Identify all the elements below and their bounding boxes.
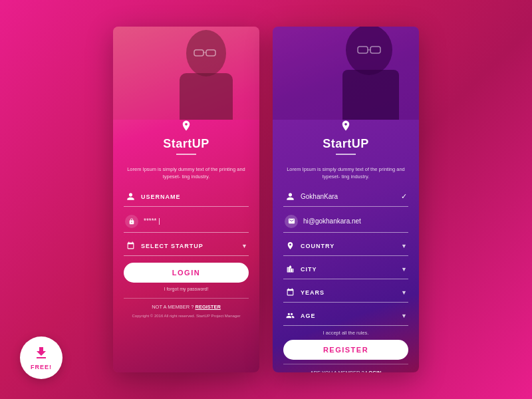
check-icon: ✓ [401,192,407,201]
calendar-icon-right [285,287,295,298]
desc-text-right: Lorem Ipsum is simply dummy text of the … [283,166,408,181]
name-field[interactable]: GokhanKara ✓ [283,188,408,207]
register-link[interactable]: REGISTER [195,304,220,310]
not-member-section: NOT A MEMBER ? REGISTER [124,298,249,310]
country-chevron-icon: ▼ [401,243,407,249]
free-badge-label: FREE! [31,364,52,370]
age-field[interactable]: AGE ▼ [283,307,408,326]
title-underline-right [336,154,356,155]
register-button[interactable]: REGISTER [283,340,408,360]
password-field[interactable]: ***** | [124,211,249,233]
app-title-right: StartUP [283,137,408,151]
are-member-section: ARE YOU A MEMBER ? LOGIN [283,364,408,373]
age-placeholder: AGE [301,313,396,319]
location-icon [180,120,192,134]
login-link[interactable]: LOGIN [366,370,382,373]
city-chevron-icon: ▼ [401,266,407,273]
login-card: StartUP Lorem Ipsum is simply dummy text… [113,27,259,372]
years-placeholder: YEARS [301,289,396,296]
city-placeholder: CITY [301,266,396,273]
app-title-left: StartUP [124,137,249,151]
age-chevron-icon: ▼ [401,313,407,319]
calendar-icon [125,241,136,251]
title-underline-left [176,154,196,155]
register-card: StartUP Lorem Ipsum is simply dummy text… [273,27,419,372]
password-value: ***** | [144,217,247,225]
building-icon [285,264,295,275]
not-member-text: NOT A MEMBER ? [152,304,194,310]
email-icon [285,215,298,228]
name-value: GokhanKara [301,193,396,200]
accept-rules-text: I accept all the rules. [283,330,408,336]
select-startup-field[interactable]: SELECT STARTUP ▼ [124,237,249,256]
header-section-left: StartUP [124,113,249,160]
years-field[interactable]: YEARS ▼ [283,283,408,303]
login-button[interactable]: LOGIN [124,263,249,283]
copyright-left: Copyright © 2016 All right reserved. Sta… [124,314,249,318]
free-badge[interactable]: FREE! [20,336,63,379]
are-member-text: ARE YOU A MEMBER ? [311,370,364,373]
lock-icon [125,215,138,228]
user-icon-right [285,192,295,202]
location-pin-icon [285,241,295,251]
chevron-down-icon: ▼ [241,243,247,249]
location-icon-right [340,120,352,134]
city-field[interactable]: CITY ▼ [283,260,408,279]
email-field[interactable]: hi@gokhankara.net [283,211,408,233]
forgot-password-link[interactable]: I forgot my password! [124,287,249,291]
select-startup-placeholder: SELECT STARTUP [141,243,236,249]
years-chevron-icon: ▼ [401,289,407,296]
username-field[interactable]: USERNAME [124,188,249,207]
email-value: hi@gokhankara.net [303,217,407,225]
username-placeholder: USERNAME [141,194,247,200]
header-section-right: StartUP [283,113,408,160]
country-field[interactable]: COUNTRY ▼ [283,237,408,256]
download-icon [33,345,49,363]
user-icon [125,192,136,202]
people-icon [285,311,295,321]
country-placeholder: COUNTRY [301,243,396,249]
desc-text-left: Lorem Ipsum is simply dummy text of the … [124,166,249,181]
